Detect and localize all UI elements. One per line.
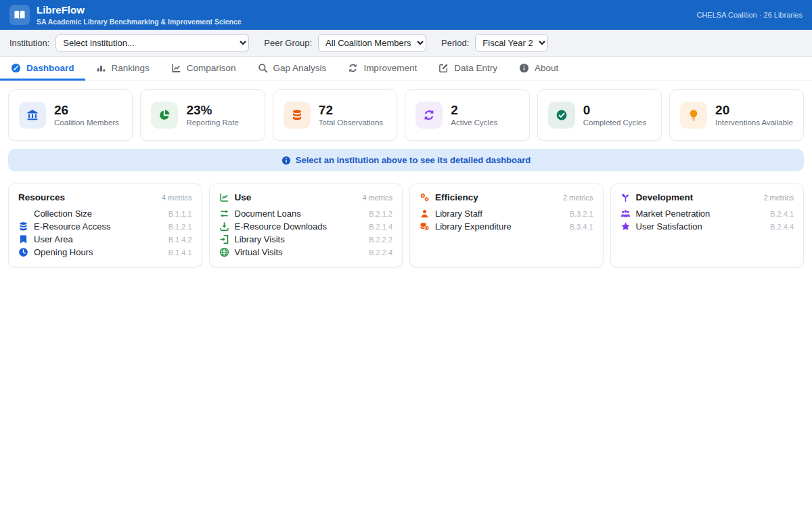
category-title: Efficiency bbox=[435, 192, 478, 202]
clock-icon bbox=[18, 247, 28, 257]
metric-row: Library Staff B.3.2.1 bbox=[420, 207, 593, 220]
info-banner: Select an institution above to see its d… bbox=[8, 149, 804, 171]
info-icon bbox=[519, 63, 529, 73]
app-header: LibreFlow SA Academic Library Benchmarki… bbox=[0, 0, 812, 30]
category-title: Development bbox=[636, 192, 694, 202]
tab-comparison[interactable]: Comparison bbox=[160, 57, 247, 81]
icon-placeholder bbox=[18, 209, 28, 219]
stat-label: Completed Cycles bbox=[583, 118, 646, 127]
peer-group-select[interactable]: All Coalition Members bbox=[318, 34, 426, 52]
peer-group-label: Peer Group: bbox=[264, 38, 312, 48]
comparison-chart-icon bbox=[171, 63, 181, 73]
metric-code: B.2.2.2 bbox=[369, 236, 392, 244]
metric-code: B.2.1.4 bbox=[369, 223, 392, 231]
metric-label: User Area bbox=[34, 234, 73, 244]
category-card-development: Development 2 metrics Market Penetration… bbox=[610, 183, 805, 267]
tab-rankings[interactable]: Rankings bbox=[85, 57, 160, 81]
metric-label: E-Resource Downloads bbox=[235, 221, 328, 232]
metric-code: B.3.4.1 bbox=[570, 223, 593, 231]
stat-value: 23% bbox=[186, 104, 238, 117]
database-icon bbox=[284, 102, 311, 129]
metric-row: User Satisfaction B.2.4.4 bbox=[621, 220, 794, 233]
line-chart-icon bbox=[219, 192, 229, 202]
metric-code: B.1.1.1 bbox=[168, 210, 192, 218]
tab-label: Comparison bbox=[187, 63, 236, 73]
category-header: Use 4 metrics bbox=[219, 192, 393, 202]
metric-code: B.1.4.1 bbox=[168, 248, 192, 257]
category-card-efficiency: Efficiency 2 metrics Library Staff B.3.2… bbox=[409, 183, 604, 267]
metric-row: Library Expenditure B.3.4.1 bbox=[420, 220, 593, 233]
category-metrics-count: 2 metrics bbox=[563, 194, 593, 202]
metric-label: Opening Hours bbox=[34, 247, 93, 257]
cycle-icon bbox=[348, 63, 358, 73]
metric-label: Library Staff bbox=[435, 209, 482, 219]
stat-card-active-cycles: 2 Active Cycles bbox=[405, 89, 529, 141]
period-filter: Period: Fiscal Year 2023 bbox=[441, 34, 548, 52]
metric-label: Library Visits bbox=[235, 234, 285, 244]
stat-label: Interventions Available bbox=[715, 118, 793, 127]
metric-row: Library Visits B.2.2.2 bbox=[219, 233, 393, 246]
metric-code: B.2.4.4 bbox=[770, 223, 794, 231]
app-title: LibreFlow bbox=[37, 4, 242, 16]
tab-improvement[interactable]: Improvement bbox=[337, 57, 428, 81]
ranking-bars-icon bbox=[96, 63, 106, 73]
star-icon bbox=[621, 221, 631, 232]
tab-label: Dashboard bbox=[26, 63, 74, 73]
period-select[interactable]: Fiscal Year 2023 bbox=[475, 34, 548, 52]
institution-label: Institution: bbox=[9, 38, 49, 48]
metric-row: Document Loans B.2.1.2 bbox=[219, 207, 393, 220]
metric-categories: Resources 4 metrics Collection Size B.1.… bbox=[8, 183, 804, 267]
app-subtitle: SA Academic Library Benchmarking & Impro… bbox=[37, 18, 242, 26]
peer-group-filter: Peer Group: All Coalition Members bbox=[264, 34, 426, 52]
metric-row: User Area B.1.4.2 bbox=[18, 233, 192, 246]
bank-icon bbox=[19, 102, 46, 129]
bulb-icon bbox=[680, 102, 707, 129]
category-title: Resources bbox=[18, 192, 65, 202]
metric-row: Market Penetration B.2.4.1 bbox=[621, 207, 794, 220]
coins-icon bbox=[420, 221, 430, 232]
category-header: Efficiency 2 metrics bbox=[420, 192, 593, 202]
bookmark-icon bbox=[18, 234, 28, 244]
tab-label: About bbox=[535, 63, 558, 73]
tab-label: Rankings bbox=[112, 63, 150, 73]
globe-icon bbox=[219, 247, 229, 257]
stat-label: Coalition Members bbox=[54, 118, 119, 127]
metric-label: Collection Size bbox=[34, 209, 92, 219]
coalition-label: CHELSA Coalition · 26 Libraries bbox=[696, 11, 803, 19]
stat-label: Active Cycles bbox=[451, 118, 497, 127]
stat-value: 72 bbox=[319, 104, 383, 117]
metric-label: Market Penetration bbox=[636, 209, 710, 219]
people-icon bbox=[621, 209, 631, 219]
open-book-icon bbox=[9, 5, 30, 25]
metric-code: B.2.1.2 bbox=[369, 210, 392, 218]
tab-dashboard[interactable]: Dashboard bbox=[0, 57, 85, 81]
metric-label: Virtual Visits bbox=[235, 247, 283, 257]
stat-value: 2 bbox=[451, 104, 497, 117]
stat-value: 0 bbox=[583, 104, 646, 117]
stat-card-reporting-rate: 23% Reporting Rate bbox=[140, 89, 265, 141]
institution-select[interactable]: Select institution... bbox=[55, 34, 249, 52]
metric-code: B.2.2.4 bbox=[369, 248, 392, 257]
metric-label: Document Loans bbox=[235, 209, 301, 219]
stat-card-coalition-members: 26 Coalition Members bbox=[8, 89, 133, 141]
check-circle-icon bbox=[548, 102, 575, 129]
metric-code: B.3.2.1 bbox=[570, 210, 593, 218]
tab-data-entry[interactable]: Data Entry bbox=[428, 57, 508, 81]
tab-about[interactable]: About bbox=[508, 57, 569, 81]
metric-row: Virtual Visits B.2.2.4 bbox=[219, 246, 393, 259]
category-header: Development 2 metrics bbox=[621, 192, 794, 202]
stat-label: Reporting Rate bbox=[186, 118, 238, 127]
stat-value: 26 bbox=[54, 104, 119, 117]
app-logo: LibreFlow SA Academic Library Benchmarki… bbox=[9, 4, 242, 25]
stats-row: 26 Coalition Members 23% Reporting Rate … bbox=[8, 89, 804, 141]
metric-code: B.1.4.2 bbox=[168, 236, 192, 244]
category-metrics-count: 2 metrics bbox=[763, 194, 794, 202]
category-card-resources: Resources 4 metrics Collection Size B.1.… bbox=[8, 183, 202, 267]
dashboard-main: 26 Coalition Members 23% Reporting Rate … bbox=[0, 89, 812, 267]
nav-tabs: Dashboard Rankings Comparison Gap Analys… bbox=[0, 57, 812, 81]
stat-card-interventions-available: 20 Interventions Available bbox=[669, 89, 804, 141]
person-icon bbox=[420, 209, 430, 219]
stat-card-total-observations: 72 Total Observations bbox=[273, 89, 397, 141]
door-enter-icon bbox=[219, 234, 229, 244]
tab-gap-analysis[interactable]: Gap Analysis bbox=[247, 57, 338, 81]
